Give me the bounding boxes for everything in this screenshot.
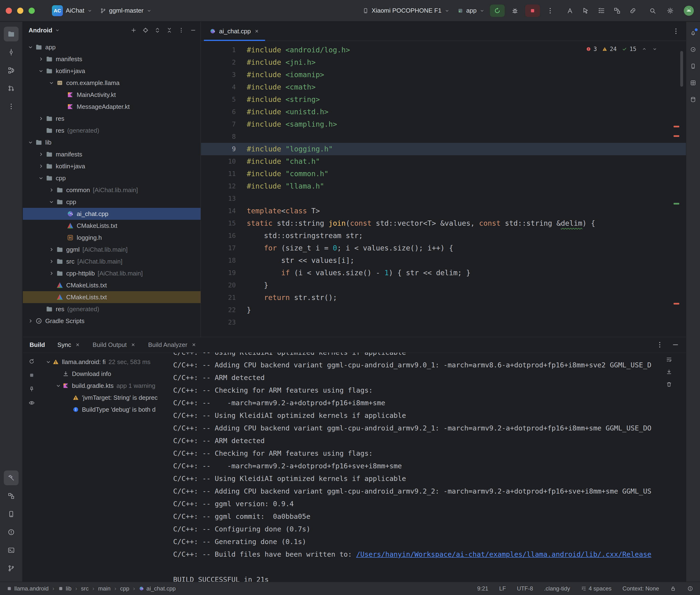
- ruler-error-mark[interactable]: [674, 303, 679, 305]
- breadcrumb-main[interactable]: main: [98, 585, 111, 592]
- code-line-19[interactable]: 19 if (i < values.size() - 1) { str << d…: [201, 267, 686, 279]
- tree-item-common[interactable]: common[AiChat.lib.main]: [23, 184, 200, 196]
- code-line-9[interactable]: 9#include "logging.h": [201, 143, 686, 155]
- toolbar-translate-icon[interactable]: [566, 7, 574, 15]
- tool-strip-gradle[interactable]: [688, 44, 699, 55]
- breadcrumb-lib[interactable]: lib: [58, 585, 72, 592]
- chevron-right-icon[interactable]: [47, 247, 56, 253]
- tree-item-cmakelists-txt[interactable]: CMakeLists.txt: [23, 279, 200, 291]
- tool-strip-terminal[interactable]: [4, 543, 19, 558]
- breadcrumb-ai-chat-cpp[interactable]: ai_chat.cpp: [139, 585, 176, 592]
- info-icon[interactable]: [687, 586, 693, 592]
- clear-all-icon[interactable]: [666, 381, 672, 387]
- code-line-23[interactable]: 23: [201, 316, 686, 329]
- ruler-error-mark[interactable]: [674, 126, 679, 128]
- tree-item-logging-h[interactable]: logging.h: [23, 232, 200, 244]
- device-selector[interactable]: Xiaomi POCOPHONE F1: [359, 3, 453, 18]
- tree-item-kotlin-java[interactable]: kotlin+java: [23, 160, 200, 172]
- code-line-4[interactable]: 4#include <cmath>: [201, 81, 686, 93]
- editor-scrollbar[interactable]: [680, 51, 683, 87]
- pin-icon[interactable]: [29, 386, 35, 392]
- tree-item-lib[interactable]: lib: [23, 136, 200, 148]
- tool-strip-device-explorer[interactable]: [4, 507, 19, 521]
- code-line-2[interactable]: 2#include <jni.h>: [201, 56, 686, 68]
- toolbar-checklist-icon[interactable]: [597, 7, 605, 15]
- code-line-12[interactable]: 12#include "llama.h": [201, 180, 686, 192]
- close-icon[interactable]: [75, 342, 80, 347]
- tool-strip-problems[interactable]: [4, 525, 19, 540]
- tree-item-cmakelists-txt[interactable]: CMakeLists.txt: [23, 291, 200, 303]
- code-line-6[interactable]: 6#include <unistd.h>: [201, 106, 686, 118]
- search-everywhere-button[interactable]: [645, 4, 660, 17]
- profile-avatar[interactable]: [683, 5, 694, 16]
- tool-strip-pull-requests[interactable]: [4, 81, 19, 96]
- tree-item-kotlin-java[interactable]: kotlin+java: [23, 65, 200, 77]
- tool-strip-notifications[interactable]: [688, 27, 699, 38]
- chevron-right-icon[interactable]: [47, 270, 56, 277]
- tool-strip-dependencies[interactable]: [4, 488, 19, 503]
- soft-wrap-icon[interactable]: [666, 357, 672, 363]
- build-tree-item-llama-android-fi[interactable]: llama.android: fi22 sec, 583 ms: [40, 356, 170, 368]
- vcs-branch-selector[interactable]: ggml-master: [96, 3, 155, 18]
- hide-panel-icon[interactable]: [190, 27, 196, 33]
- tree-item-messageadapter-kt[interactable]: MessageAdapter.kt: [23, 101, 200, 113]
- breadcrumb-cpp[interactable]: cpp: [120, 585, 129, 592]
- caret-position-widget[interactable]: 9:21: [477, 585, 488, 592]
- tree-item-com-example-llama[interactable]: com.example.llama: [23, 77, 200, 89]
- code-line-15[interactable]: 15static std::string join(const std::vec…: [201, 217, 686, 229]
- code-line-13[interactable]: 13: [201, 192, 686, 205]
- code-line-7[interactable]: 7#include <sampling.h>: [201, 118, 686, 131]
- close-window-button[interactable]: [6, 8, 12, 14]
- tool-strip-commit[interactable]: [4, 45, 19, 59]
- more-actions-button[interactable]: [543, 4, 558, 17]
- tool-strip-device-manager[interactable]: [688, 61, 699, 72]
- editor-tab-ai-chat-cpp[interactable]: ai_chat.cpp: [204, 22, 265, 41]
- chevron-right-icon[interactable]: [26, 318, 35, 324]
- chevron-right-icon[interactable]: [47, 258, 56, 264]
- code-line-5[interactable]: 5#include <string>: [201, 93, 686, 106]
- tree-item-ai-chat-cpp[interactable]: ai_chat.cpp: [23, 208, 200, 220]
- chevron-down-icon[interactable]: [44, 359, 52, 365]
- code-line-10[interactable]: 10#include "chat.h": [201, 155, 686, 168]
- chevron-down-icon[interactable]: [47, 199, 56, 205]
- close-icon[interactable]: [131, 342, 136, 347]
- chevron-right-icon[interactable]: [37, 115, 45, 122]
- build-tree-item-buildtype-debug-is-both-d[interactable]: BuildType 'debug' is both d: [40, 403, 170, 416]
- build-tree-item-download-info[interactable]: Download info: [40, 368, 170, 380]
- tree-item-cpp[interactable]: cpp: [23, 196, 200, 208]
- code-line-16[interactable]: 16 std::ostringstream str;: [201, 229, 686, 242]
- chevron-down-icon[interactable]: [37, 68, 45, 74]
- hide-panel-icon[interactable]: [672, 341, 679, 348]
- chevron-down-icon[interactable]: [37, 175, 45, 181]
- stop-icon[interactable]: [29, 372, 35, 378]
- tree-item-app[interactable]: app: [23, 41, 200, 53]
- tree-item-cmakelists-txt[interactable]: CMakeLists.txt: [23, 220, 200, 232]
- toolbar-pointer-icon[interactable]: [582, 7, 589, 15]
- zoom-window-button[interactable]: [29, 8, 35, 14]
- code-line-21[interactable]: 21 return str.str();: [201, 291, 686, 304]
- tool-strip-running-devices[interactable]: [688, 77, 699, 88]
- chevron-down-icon[interactable]: [54, 382, 62, 389]
- tree-item-manifests[interactable]: manifests: [23, 53, 200, 65]
- tool-strip-project[interactable]: [4, 27, 19, 41]
- tab-options-icon[interactable]: [672, 27, 680, 35]
- tool-strip-more-tool-windows[interactable]: [4, 99, 19, 114]
- tree-item-manifests[interactable]: manifests: [23, 148, 200, 160]
- breadcrumb-src[interactable]: src: [81, 585, 89, 592]
- tab-sync[interactable]: Sync: [57, 341, 80, 348]
- locate-file-icon[interactable]: [142, 27, 149, 33]
- rerun-icon[interactable]: [29, 358, 35, 365]
- chevron-down-icon[interactable]: [47, 80, 56, 86]
- tree-item-src[interactable]: src[AiChat.lib.main]: [23, 255, 200, 267]
- build-tree-item-jvmtarget-string-is-deprec[interactable]: 'jvmTarget: String' is deprec: [40, 392, 170, 403]
- breadcrumb-llama-android[interactable]: llama.android: [7, 585, 49, 592]
- more-vertical-icon[interactable]: [656, 341, 664, 348]
- tool-strip-structure[interactable]: [4, 63, 19, 78]
- tree-item-res[interactable]: res: [23, 113, 200, 124]
- code-line-14[interactable]: 14template<class T>: [201, 205, 686, 217]
- tool-strip-version-control[interactable]: [4, 561, 19, 576]
- code-line-8[interactable]: 8: [201, 131, 686, 143]
- tree-item-res[interactable]: res(generated): [23, 303, 200, 315]
- code-line-18[interactable]: 18 str << values[i];: [201, 254, 686, 267]
- run-configuration-selector[interactable]: app: [453, 3, 488, 18]
